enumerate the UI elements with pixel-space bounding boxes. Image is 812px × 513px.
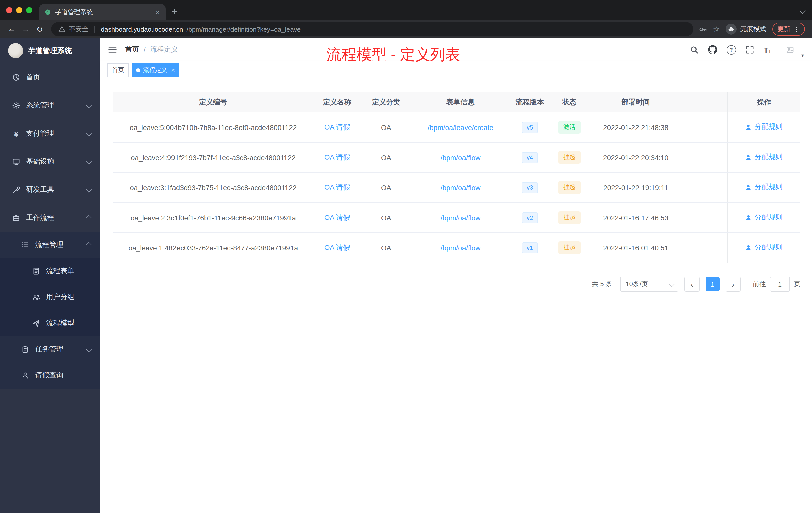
font-size-icon[interactable]: TT	[763, 46, 771, 54]
sidebar-item-system[interactable]: 系统管理	[0, 91, 100, 119]
definition-name-link[interactable]: OA 请假	[324, 183, 350, 191]
page-size-select[interactable]: 10条/页	[620, 277, 678, 292]
tag-process-definition[interactable]: 流程定义 ×	[132, 63, 179, 77]
sidebar-item-home[interactable]: 首页	[0, 63, 100, 91]
version-badge[interactable]: v3	[522, 182, 538, 193]
hamburger-icon[interactable]	[108, 45, 117, 54]
tab-title: 芋道管理系统	[55, 8, 151, 16]
sidebar-item-devtools[interactable]: 研发工具	[0, 176, 100, 204]
breadcrumb-separator: /	[144, 46, 146, 54]
browser-menu-icon[interactable]: ⋮	[793, 25, 800, 33]
update-label[interactable]: 更新	[777, 25, 790, 34]
search-icon[interactable]	[690, 46, 698, 54]
form-link[interactable]: /bpm/oa/flow	[441, 214, 481, 221]
col-definition-category: 定义分类	[361, 92, 411, 112]
next-page-button[interactable]: ›	[726, 277, 741, 292]
sidebar-item-user-group[interactable]: 用户分组	[0, 284, 100, 310]
assign-rule-button[interactable]: 分配规则	[746, 213, 783, 222]
breadcrumb-current: 流程定义	[150, 45, 178, 54]
assign-rule-button[interactable]: 分配规则	[746, 123, 783, 132]
close-window-button[interactable]	[6, 7, 12, 13]
tag-label: 首页	[112, 66, 124, 74]
definition-category: OA	[381, 153, 391, 161]
monitor-icon	[12, 158, 20, 165]
minimize-window-button[interactable]	[16, 7, 22, 13]
definition-name-link[interactable]: OA 请假	[324, 153, 350, 161]
version-badge[interactable]: v1	[522, 242, 538, 253]
current-page-button[interactable]: 1	[705, 277, 720, 291]
table-row: oa_leave:1:482ec033-762a-11ec-8477-a2380…	[113, 233, 801, 263]
sidebar-item-process-management[interactable]: 流程管理	[0, 232, 100, 258]
user-avatar[interactable]: ▾	[781, 40, 804, 59]
dashboard-icon	[12, 73, 20, 81]
browser-tab[interactable]: 芋道管理系统 ×	[39, 4, 166, 20]
incognito-label: 无痕模式	[740, 25, 766, 34]
chevron-down-icon	[86, 131, 92, 137]
assign-rule-button[interactable]: 分配规则	[746, 243, 783, 252]
table-row: oa_leave:2:3c1f0ef1-76b1-11ec-9c66-a2380…	[113, 203, 801, 233]
tab-close-icon[interactable]: ×	[155, 8, 161, 16]
address-bar[interactable]: 不安全 dashboard.yudao.iocoder.cn/bpm/manag…	[51, 22, 693, 36]
form-link[interactable]: /bpm/oa/flow	[441, 153, 481, 161]
form-link[interactable]: /bpm/oa/flow	[441, 244, 481, 252]
form-link[interactable]: /bpm/oa/flow	[441, 183, 481, 191]
sidebar-item-label: 工作流程	[26, 213, 54, 222]
user-icon	[746, 214, 752, 221]
sidebar-item-process-form[interactable]: 流程表单	[0, 258, 100, 284]
sidebar-item-label: 支付管理	[26, 129, 54, 138]
forward-button[interactable]: →	[19, 23, 32, 36]
user-icon	[746, 184, 752, 191]
pagination: 共 5 条 10条/页 ‹ 1 › 前往 页	[113, 277, 801, 292]
avatar-image[interactable]	[781, 40, 800, 59]
breadcrumb-home[interactable]: 首页	[125, 45, 139, 54]
col-deploy-time: 部署时间	[589, 92, 683, 112]
help-icon[interactable]: ?	[726, 45, 736, 55]
definition-id: oa_leave:1:482ec033-762a-11ec-8477-a2380…	[128, 244, 298, 252]
tag-close-icon[interactable]: ×	[171, 66, 175, 73]
sidebar-item-infra[interactable]: 基础设施	[0, 148, 100, 176]
assign-rule-button[interactable]: 分配规则	[746, 183, 783, 192]
new-tab-button[interactable]: +	[172, 6, 177, 17]
col-form-info: 表单信息	[411, 92, 510, 112]
reload-button[interactable]: ↻	[33, 23, 46, 36]
table-row: oa_leave:3:1fad3d93-7b75-11ec-a3c8-acde4…	[113, 173, 801, 203]
bookmark-star-icon[interactable]: ☆	[713, 25, 720, 34]
goto-page-input[interactable]	[770, 277, 790, 292]
assign-rule-button[interactable]: 分配规则	[746, 153, 783, 162]
browser-update-button[interactable]: 更新 ⋮	[772, 23, 805, 36]
gear-icon	[12, 101, 20, 110]
tag-home[interactable]: 首页	[108, 63, 128, 77]
definition-name-link[interactable]: OA 请假	[324, 123, 350, 131]
sidebar-item-leave-query[interactable]: 请假查询	[0, 362, 100, 389]
zoom-window-button[interactable]	[26, 7, 32, 13]
version-badge[interactable]: v4	[522, 152, 538, 163]
avatar-caret-icon[interactable]: ▾	[802, 53, 804, 59]
definition-id: oa_leave:3:1fad3d93-7b75-11ec-a3c8-acde4…	[130, 183, 296, 191]
sidebar-item-task-management[interactable]: 任务管理	[0, 336, 100, 362]
definition-name-link[interactable]: OA 请假	[324, 213, 350, 221]
sidebar-item-process-model[interactable]: 流程模型	[0, 310, 100, 336]
tab-favicon-icon	[44, 8, 51, 16]
sidebar-item-label: 流程表单	[46, 267, 74, 276]
prev-page-button[interactable]: ‹	[685, 277, 699, 292]
chevron-down-icon	[669, 281, 675, 287]
security-label[interactable]: 不安全	[69, 25, 88, 34]
chevron-down-icon	[86, 187, 92, 193]
col-process-version: 流程版本	[510, 92, 550, 112]
fullscreen-icon[interactable]	[746, 46, 754, 54]
table-header-row: 定义编号 定义名称 定义分类 表单信息 流程版本 状态 部署时间 操作	[113, 92, 801, 112]
sidebar-item-workflow[interactable]: 工作流程	[0, 204, 100, 232]
col-status: 状态	[550, 92, 589, 112]
password-key-icon[interactable]	[698, 25, 707, 33]
sidebar-logo[interactable]: 芋道管理系统	[0, 38, 100, 63]
definition-name-link[interactable]: OA 请假	[324, 243, 350, 251]
version-badge[interactable]: v2	[522, 212, 538, 223]
sidebar-item-payment[interactable]: ¥ 支付管理	[0, 119, 100, 148]
form-link[interactable]: /bpm/oa/leave/create	[428, 123, 493, 131]
version-badge[interactable]: v5	[522, 122, 538, 133]
github-icon[interactable]	[708, 45, 717, 54]
back-button[interactable]: ←	[5, 23, 18, 36]
not-secure-warning-icon	[58, 26, 65, 33]
page-unit-label: 页	[794, 280, 801, 289]
tab-search-icon[interactable]	[800, 7, 806, 14]
